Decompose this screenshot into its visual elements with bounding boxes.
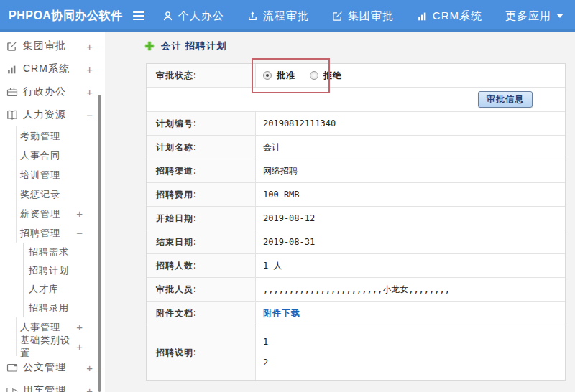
field-value: 网络招聘	[256, 159, 565, 182]
sidebar-item-行政办公[interactable]: 行政办公+	[0, 80, 105, 103]
field-value: ,,,,,,,,,,,,,,,,,,,,,,,小龙女,,,,,,,,	[256, 278, 565, 301]
collapse-icon[interactable]: −	[86, 110, 93, 121]
sidebar-item-集团审批[interactable]: 集团审批+	[0, 34, 105, 57]
expand-icon[interactable]: +	[86, 363, 93, 373]
nav-item-label: 更多应用	[505, 9, 551, 23]
field-label: 招聘渠道:	[147, 159, 256, 182]
sidebar-item-薪资管理[interactable]: 薪资管理+	[16, 204, 105, 223]
sidebar-item-培训管理[interactable]: 培训管理	[16, 165, 105, 185]
sidebar-item-人力资源[interactable]: 人力资源−	[0, 103, 105, 126]
nav-item-3[interactable]: 集团审批	[321, 0, 405, 32]
nav-item-4[interactable]: CRM系统	[405, 0, 494, 32]
sidebar-item-用车管理[interactable]: 用车管理+	[0, 379, 105, 392]
expand-icon[interactable]: +	[76, 341, 83, 352]
field-row: 结束日期:2019-08-31	[147, 230, 565, 254]
nav-item-5[interactable]: 更多应用	[494, 0, 575, 32]
approve-radio[interactable]	[263, 71, 272, 80]
sidebar-item-人才库[interactable]: 人才库	[23, 280, 105, 299]
sidebar-item-基础类别设置[interactable]: 基础类别设置+	[16, 337, 105, 356]
nav-item-label: CRM系统	[433, 9, 482, 23]
sidebar-item-招聘需求[interactable]: 招聘需求	[23, 243, 105, 261]
expand-icon[interactable]: +	[86, 87, 93, 98]
sidebar-item-label: 行政办公	[23, 85, 66, 98]
approval-info-button[interactable]: 审批信息	[478, 91, 533, 108]
expand-icon[interactable]: +	[86, 41, 93, 52]
sidebar-item-label: 薪资管理	[20, 207, 60, 220]
sidebar-item-CRM系统[interactable]: CRM系统+	[0, 57, 105, 80]
chart-icon	[417, 11, 428, 22]
field-label: 招聘人数:	[147, 254, 256, 277]
nav-item-label: 个人办公	[178, 9, 224, 23]
field-row: 招聘费用:100 RMB	[147, 183, 565, 207]
field-value: 20190812111340	[256, 112, 565, 135]
sidebar-item-label: 用车管理	[23, 384, 66, 392]
sidebar-item-考勤管理[interactable]: 考勤管理	[16, 126, 105, 146]
approve-radio-label[interactable]: 批准	[277, 70, 295, 82]
nav-item-label: 集团审批	[348, 9, 394, 23]
book-icon	[6, 109, 18, 121]
sidebar-item-label: 基础类别设置	[20, 334, 76, 360]
field-label: 附件文档:	[147, 302, 256, 325]
field-row: 计划名称:会计	[147, 136, 565, 159]
page-title: 会计 招聘计划	[144, 39, 227, 52]
sidebar-item-招聘计划[interactable]: 招聘计划	[23, 261, 105, 280]
sidebar-item-奖惩记录[interactable]: 奖惩记录	[16, 185, 105, 204]
field-value: 2019-08-12	[256, 207, 565, 230]
sidebar-item-label: 人才库	[29, 283, 59, 296]
page-title-text: 会计 招聘计划	[161, 39, 227, 52]
sidebar: 集团审批+CRM系统+行政办公+人力资源−考勤管理人事合同培训管理奖惩记录薪资管…	[0, 32, 105, 392]
field-row: 招聘说明:12	[147, 325, 565, 380]
expand-icon[interactable]: +	[86, 64, 93, 75]
briefcase-icon	[6, 86, 18, 98]
add-icon[interactable]	[144, 41, 155, 51]
doc-icon	[6, 362, 18, 373]
sidebar-item-label: 招聘管理	[20, 227, 60, 240]
sidebar-item-招聘管理[interactable]: 招聘管理−	[16, 223, 105, 243]
edit-icon	[6, 41, 18, 52]
nav-item-2[interactable]: 流程审批	[236, 0, 321, 32]
field-value: 会计	[256, 136, 565, 159]
field-row: 附件文档:附件下载	[147, 302, 565, 325]
field-value: 1 人	[256, 254, 565, 277]
expand-icon[interactable]: +	[76, 322, 83, 332]
reject-radio-label[interactable]: 拒绝	[323, 70, 342, 82]
field-row: 计划编号:20190812111340	[147, 112, 565, 136]
sidebar-item-label: 人事管理	[20, 321, 60, 334]
expand-icon[interactable]: +	[76, 208, 83, 219]
sidebar-item-公文管理[interactable]: 公文管理+	[0, 356, 105, 379]
hamburger-menu-icon[interactable]	[126, 11, 151, 21]
flow-icon	[247, 11, 258, 22]
nav-item-1[interactable]: 个人办公	[151, 0, 236, 32]
field-label: 审批人员:	[147, 278, 256, 301]
edit-icon	[332, 11, 343, 22]
field-rows: 计划编号:20190812111340计划名称:会计招聘渠道:网络招聘招聘费用:…	[147, 112, 565, 380]
sidebar-item-label: 人事合同	[20, 149, 60, 162]
field-value: 附件下载	[256, 302, 565, 325]
sidebar-item-label: 招聘需求	[29, 246, 69, 258]
sidebar-item-label: 公文管理	[23, 361, 66, 374]
field-label: 招聘费用:	[147, 183, 256, 206]
field-label: 开始日期:	[147, 207, 256, 230]
person-icon	[162, 11, 173, 22]
sidebar-item-人事合同[interactable]: 人事合同	[16, 146, 105, 165]
sidebar-item-label: 人力资源	[23, 108, 66, 121]
application-window: PHPOA协同办公软件 个人办公流程审批集团审批CRM系统更多应用 集团审批+C…	[0, 0, 575, 392]
reject-radio[interactable]	[310, 71, 318, 80]
field-row: 招聘渠道:网络招聘	[147, 159, 565, 183]
sidebar-menu: 集团审批+CRM系统+行政办公+人力资源−考勤管理人事合同培训管理奖惩记录薪资管…	[0, 32, 105, 392]
sidebar-item-招聘录用[interactable]: 招聘录用	[23, 299, 105, 317]
caret-down-icon	[556, 14, 564, 18]
sidebar-item-label: 招聘计划	[29, 264, 69, 277]
collapse-icon[interactable]: −	[76, 228, 83, 238]
attachment-download-link[interactable]: 附件下载	[263, 307, 300, 319]
field-value: 100 RMB	[256, 183, 565, 206]
field-label: 计划编号:	[147, 112, 256, 135]
sidebar-scrollbar[interactable]	[98, 95, 101, 392]
sidebar-item-label: 奖惩记录	[20, 188, 60, 201]
truck-icon	[6, 386, 18, 392]
expand-icon[interactable]: +	[86, 386, 93, 392]
detail-table: 审批状态: 批准 拒绝 审批信息 计划编号:20190812111340计划名称…	[146, 63, 566, 381]
field-row: 招聘人数:1 人	[147, 254, 565, 278]
status-label: 审批状态:	[147, 64, 256, 87]
main-menu: 个人办公流程审批集团审批CRM系统更多应用	[151, 0, 575, 32]
